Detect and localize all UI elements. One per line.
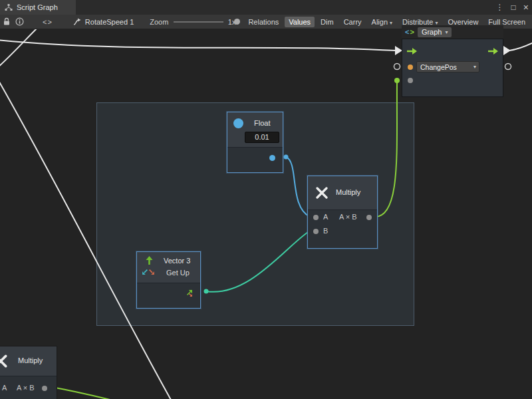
- node-get-up[interactable]: Vector 3 Get Up: [136, 251, 201, 309]
- wire-bottom-multiply-out[interactable]: [52, 387, 165, 399]
- values-button[interactable]: Values: [285, 17, 315, 27]
- changepos-dropdown-label: ChangePos: [417, 63, 473, 71]
- transform-axes-icon: [142, 269, 155, 277]
- node-multiply-partial[interactable]: Multiply A A × B: [0, 346, 57, 399]
- chevron-down-icon: ▾: [473, 64, 479, 70]
- wire-cap: [394, 78, 400, 83]
- graph-asset-icon: >: [410, 28, 414, 36]
- zoom-label: Zoom: [150, 18, 168, 26]
- graph-panel-header: < > Graph ▾: [402, 25, 503, 39]
- code-view-icon[interactable]: <>: [43, 18, 53, 26]
- flow-out-arrow-icon[interactable]: [487, 47, 499, 57]
- node-title: Multiply: [18, 356, 43, 364]
- node-multiply-header: Multiply: [308, 176, 377, 210]
- multiply-input-b-port[interactable]: [313, 229, 319, 234]
- node-float-header: Float 0.01: [227, 112, 283, 148]
- value-port-hollow-right: [505, 64, 511, 70]
- script-graph-window: Script Graph ⋮ □ × <> RotateSpeed 1 Zoom…: [0, 0, 532, 399]
- graph-reference-label[interactable]: RotateSpeed 1: [85, 18, 134, 26]
- multiply-output-port[interactable]: [366, 215, 372, 220]
- relations-button[interactable]: Relations: [244, 17, 283, 27]
- float-type-icon: [233, 118, 243, 128]
- chevron-down-icon: ▾: [445, 29, 448, 35]
- multiply-icon: [315, 186, 329, 201]
- kebab-menu-icon[interactable]: ⋮: [496, 0, 504, 15]
- graph-selector-dropdown[interactable]: Graph ▾: [418, 27, 452, 37]
- port-label-b: B: [323, 227, 328, 235]
- float-output-port[interactable]: [269, 155, 275, 161]
- wire-white-topleft[interactable]: [0, 29, 40, 68]
- chevron-down-icon: ▾: [390, 20, 392, 26]
- changepos-input-port[interactable]: [408, 65, 413, 70]
- node-title: Get Up: [166, 269, 190, 277]
- node-float[interactable]: Float 0.01: [227, 112, 283, 173]
- tab-script-graph[interactable]: Script Graph: [0, 0, 76, 15]
- graph-asset-icon: <: [405, 28, 409, 36]
- multiply-icon: [0, 353, 9, 370]
- graph-selector-label: Graph: [422, 28, 442, 36]
- zoom-slider-track: [174, 21, 223, 23]
- lock-icon[interactable]: [3, 17, 11, 26]
- multiply-input-a-port[interactable]: [313, 215, 319, 220]
- window-title: Script Graph: [17, 3, 58, 11]
- changepos-value-port[interactable]: [408, 78, 413, 83]
- value-port-hollow-left: [394, 64, 400, 70]
- titlebar: Script Graph ⋮ □ ×: [0, 0, 532, 15]
- node-type: Vector 3: [164, 257, 190, 265]
- dim-button[interactable]: Dim: [317, 17, 338, 27]
- port-label-output: A × B: [17, 384, 35, 392]
- script-graph-icon: [5, 3, 13, 11]
- distribute-label: Distribute: [402, 18, 433, 26]
- zoom-slider[interactable]: [174, 15, 223, 29]
- node-multiply-partial-header: Multiply: [0, 346, 57, 376]
- graph-overlay-panel: < > Graph ▾ ChangePos ▾: [402, 25, 503, 97]
- flow-arrow-right: [503, 46, 511, 55]
- multiply-output-port[interactable]: [42, 386, 47, 391]
- align-label: Align: [372, 18, 388, 26]
- node-get-up-header: Vector 3 Get Up: [137, 252, 200, 283]
- port-label-output: A × B: [339, 213, 357, 221]
- info-icon[interactable]: [15, 17, 24, 26]
- vector3-output-port[interactable]: [185, 288, 194, 299]
- wire-white-top[interactable]: [0, 40, 396, 51]
- zoom-slider-knob[interactable]: [234, 19, 240, 25]
- maximize-icon[interactable]: □: [511, 0, 516, 15]
- wire-white-top-right[interactable]: [509, 41, 532, 51]
- changepos-dropdown[interactable]: ChangePos ▾: [416, 61, 479, 72]
- node-title: Multiply: [336, 188, 360, 196]
- node-title: Float: [254, 119, 270, 127]
- node-multiply[interactable]: Multiply A A × B B: [307, 176, 378, 249]
- carry-button[interactable]: Carry: [340, 17, 366, 27]
- changepos-node[interactable]: ChangePos ▾: [402, 39, 503, 97]
- vector-up-icon: [145, 255, 154, 267]
- graph-reference-icon: [72, 18, 82, 26]
- titlebar-controls: ⋮ □ ×: [496, 0, 529, 15]
- port-label-a: A: [2, 384, 7, 392]
- port-label-a: A: [323, 213, 328, 221]
- align-dropdown[interactable]: Align▾: [368, 17, 396, 27]
- close-icon[interactable]: ×: [523, 0, 529, 15]
- float-value-field[interactable]: 0.01: [245, 132, 279, 143]
- flow-in-arrow-icon[interactable]: [406, 47, 418, 57]
